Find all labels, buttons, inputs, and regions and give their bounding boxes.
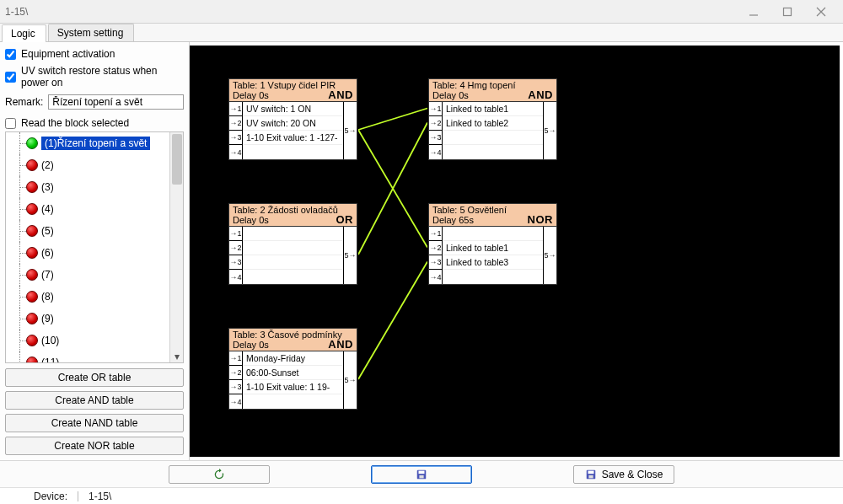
status-dot-icon [26,203,38,215]
maximize-button[interactable] [771,2,804,22]
input-port[interactable]: →2 [229,366,242,380]
output-port[interactable]: 5→ [344,102,357,159]
block-row: Linked to table2 [443,116,543,131]
logic-block[interactable]: Table: 5 OsvětleníNORDelay 65s→1→2→3→4Li… [427,202,558,286]
input-port[interactable]: →3 [229,380,242,394]
input-port[interactable]: →3 [429,131,442,145]
tree-item[interactable]: (10) [6,330,183,351]
output-port[interactable]: 5→ [344,227,357,284]
left-panel: Equipment activation UV switch restore s… [0,42,190,460]
input-port[interactable]: →4 [429,145,442,159]
tree-item[interactable]: (8) [6,286,183,308]
output-port[interactable]: 5→ [344,351,357,409]
block-operator: AND [328,340,353,350]
block-row [243,145,343,159]
block-row [243,227,343,241]
wire[interactable] [358,262,427,380]
save-close-button[interactable]: Save & Close [573,465,674,484]
tree-item[interactable]: (9) [6,308,183,330]
block-operator: NOR [528,215,553,225]
block-row [243,241,343,255]
create-nor-button[interactable]: Create NOR table [5,437,184,455]
input-port[interactable]: →1 [429,227,442,241]
svg-rect-1 [784,8,792,15]
tree-item[interactable]: (5) [6,220,183,242]
tree-item[interactable]: (2) [6,154,183,176]
block-row: Monday-Friday [243,351,343,366]
block-row: Linked to table3 [443,255,543,270]
block-row [243,255,343,270]
save-icon [585,469,597,480]
wire[interactable] [358,130,427,248]
read-block-checkbox[interactable]: Read the block selected [5,117,184,129]
block-header: Table: 5 OsvětleníNORDelay 65s [428,203,557,227]
output-port[interactable]: 5→ [544,227,556,284]
input-port[interactable]: →4 [229,270,242,284]
remark-label: Remark: [5,96,43,108]
wire[interactable] [358,123,427,255]
logic-canvas[interactable]: Table: 1 Vstupy čidel PIRANDDelay 0s→1→2… [190,46,840,457]
tree-item[interactable]: (3) [6,176,183,198]
input-port[interactable]: →2 [229,116,242,131]
input-port[interactable]: →3 [229,131,242,145]
input-port[interactable]: →2 [429,241,442,255]
block-row: 1-10 Exit value: 1 19-127 [243,380,343,394]
block-delay: Delay 65s [432,215,474,225]
tree-item-label: (1)Řízení topení a svět [41,137,150,150]
block-operator: OR [336,215,354,225]
input-port[interactable]: →2 [229,241,242,255]
bottom-toolbar: Save & Close [0,460,843,487]
tree-item[interactable]: (4) [6,198,183,220]
status-dot-icon [26,247,38,259]
tree-item-label: (4) [41,203,54,215]
create-nand-button[interactable]: Create NAND table [5,414,184,432]
input-port[interactable]: →1 [229,102,242,116]
block-row [443,270,543,284]
block-row [443,227,543,241]
input-port[interactable]: →1 [229,351,242,366]
input-port[interactable]: →4 [229,394,242,409]
logic-block[interactable]: Table: 2 Žádosti ovladačůORDelay 0s→1→2→… [228,202,358,286]
block-tree[interactable]: (1)Řízení topení a svět(2)(3)(4)(5)(6)(7… [5,131,184,363]
status-dot-icon [26,313,38,324]
create-and-button[interactable]: Create AND table [5,391,184,410]
tree-item[interactable]: (1)Řízení topení a svět [6,132,183,154]
tree-item-label: (10) [41,335,59,346]
uv-restore-checkbox[interactable]: UV switch restore status when power on [5,65,184,88]
block-row: UV switch: 20 ON [243,116,343,131]
refresh-button[interactable] [169,465,270,484]
tree-item[interactable]: (11) [6,351,183,363]
wire[interactable] [358,109,427,131]
input-port[interactable]: →1 [429,102,442,116]
input-port[interactable]: →2 [429,116,442,131]
create-or-button[interactable]: Create OR table [5,368,184,387]
output-port[interactable]: 5→ [544,102,556,159]
status-dot-icon [26,137,38,149]
input-port[interactable]: →4 [229,145,242,159]
block-row [443,145,543,159]
input-port[interactable]: →3 [429,255,442,270]
close-button[interactable] [804,2,838,22]
block-row: 1-10 Exit value: 1 -127--127 [243,131,343,145]
block-row [443,131,543,145]
tree-item-label: (5) [41,225,54,237]
save-button[interactable] [371,465,472,484]
tree-item[interactable]: (6) [6,242,183,264]
input-port[interactable]: →3 [229,255,242,270]
input-port[interactable]: →1 [229,227,242,241]
block-header: Table: 1 Vstupy čidel PIRANDDelay 0s [228,78,357,102]
input-port[interactable]: →4 [429,270,442,284]
tree-scrollbar[interactable]: ▴▾ [169,132,183,362]
logic-block[interactable]: Table: 4 Hmg topeníANDDelay 0s→1→2→3→4Li… [427,78,558,161]
remark-input[interactable] [48,94,184,110]
tree-item[interactable]: (7) [6,264,183,286]
equipment-activation-checkbox[interactable]: Equipment activation [5,48,184,60]
block-row: UV switch: 1 ON [243,102,343,116]
logic-block[interactable]: Table: 3 Časové podmínkyANDDelay 0s→1→2→… [228,327,358,410]
logic-block[interactable]: Table: 1 Vstupy čidel PIRANDDelay 0s→1→2… [228,78,358,161]
block-delay: Delay 0s [233,215,269,225]
minimize-button[interactable] [737,2,771,22]
tab-logic[interactable]: Logic [2,24,46,42]
tab-system-setting[interactable]: System setting [48,24,135,41]
status-dot-icon [26,181,38,193]
